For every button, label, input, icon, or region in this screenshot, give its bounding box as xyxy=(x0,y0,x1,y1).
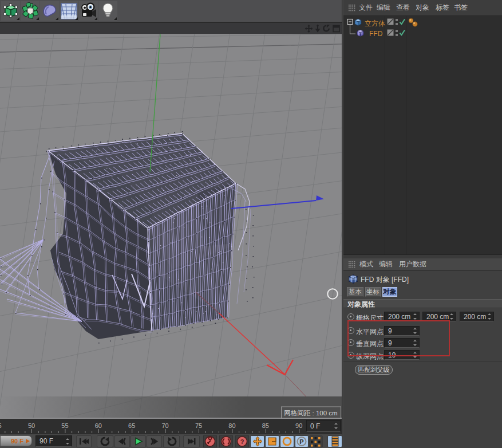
svg-text:?: ? xyxy=(240,438,244,445)
svg-text:网格间距 : 100 cm: 网格间距 : 100 cm xyxy=(284,410,337,416)
svg-text:P: P xyxy=(299,438,303,445)
